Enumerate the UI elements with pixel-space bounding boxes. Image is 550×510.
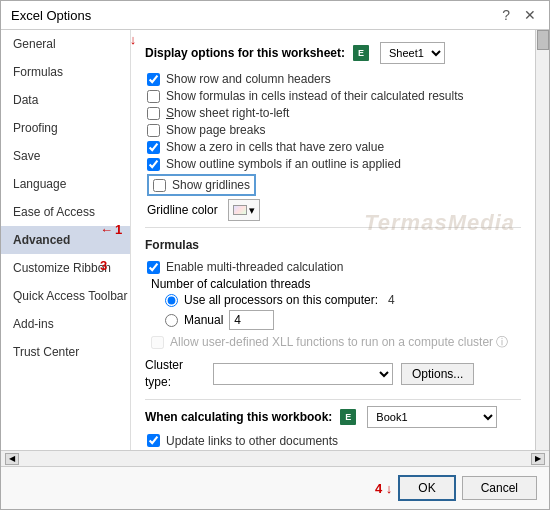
scroll-right-button[interactable]: ▶: [531, 453, 545, 465]
checkbox-show-zero: Show a zero in cells that have zero valu…: [145, 140, 521, 154]
multithreaded-label: Enable multi-threaded calculation: [166, 260, 343, 274]
sidebar-item-quick-access[interactable]: Quick Access Toolbar: [1, 282, 130, 310]
allow-xll-checkbox[interactable]: [151, 336, 164, 349]
sidebar-item-trust-center[interactable]: Trust Center: [1, 338, 130, 366]
divider-2: [145, 399, 521, 400]
show-zero-checkbox[interactable]: [147, 141, 160, 154]
show-row-col-label: Show row and column headers: [166, 72, 331, 86]
sidebar-item-save[interactable]: Save: [1, 142, 130, 170]
gridline-color-row: Gridline color ▾: [145, 199, 521, 221]
sidebar-item-formulas[interactable]: Formulas: [1, 58, 130, 86]
excel-icon: E: [353, 45, 369, 61]
checkbox-show-formulas: Show formulas in cells instead of their …: [145, 89, 521, 103]
cluster-type-label: Clustertype:: [145, 357, 205, 391]
checkbox-show-row-col: Show row and column headers: [145, 72, 521, 86]
gridline-color-button[interactable]: ▾: [228, 199, 260, 221]
annotation-2: 2 ↓: [131, 32, 136, 47]
show-outline-label: Show outline symbols if an outline is ap…: [166, 157, 401, 171]
window-title: Excel Options: [11, 8, 91, 23]
content-area: General Formulas Data Proofing Save Lang…: [1, 30, 549, 450]
threads-label: Number of calculation threads: [151, 277, 310, 291]
show-zero-label: Show a zero in cells that have zero valu…: [166, 140, 384, 154]
divider-1: [145, 227, 521, 228]
workbook-select[interactable]: Book1: [367, 406, 497, 428]
show-formulas-label: Show formulas in cells instead of their …: [166, 89, 463, 103]
manual-threads-row: Manual: [145, 310, 521, 330]
cluster-type-row: Clustertype: Options...: [145, 357, 521, 391]
update-links-label: Update links to other documents: [166, 434, 338, 448]
color-swatch: [233, 205, 247, 215]
gridline-color-label: Gridline color: [147, 203, 218, 217]
when-calc-row: When calculating this workbook: E Book1: [145, 406, 521, 428]
sidebar-item-ease-of-access[interactable]: Ease of Access: [1, 198, 130, 226]
checkbox-show-rtl: Show sheet right-to-left: [145, 106, 521, 120]
excel-icon-2: E: [340, 409, 356, 425]
scroll-left-button[interactable]: ◀: [5, 453, 19, 465]
sidebar-item-customize-ribbon[interactable]: Customize Ribbon: [1, 254, 130, 282]
checkbox-allow-xll: Allow user-defined XLL functions to run …: [145, 334, 521, 351]
close-button[interactable]: ✕: [521, 7, 539, 23]
title-bar: Excel Options ? ✕: [1, 1, 549, 30]
cluster-type-select[interactable]: [213, 363, 393, 385]
manual-threads-input[interactable]: [229, 310, 274, 330]
checkbox-show-page-breaks: Show page breaks: [145, 123, 521, 137]
update-links-checkbox[interactable]: [147, 434, 160, 447]
radio-all-processors-row: Use all processors on this computer: 4: [145, 293, 521, 307]
show-page-breaks-checkbox[interactable]: [147, 124, 160, 137]
scrollbar[interactable]: [535, 30, 549, 450]
show-row-col-checkbox[interactable]: [147, 73, 160, 86]
options-button[interactable]: Options...: [401, 363, 474, 385]
excel-options-window: Excel Options ? ✕ General Formulas Data …: [0, 0, 550, 510]
multithreaded-checkbox[interactable]: [147, 261, 160, 274]
annotation-4: 4 ↓: [375, 481, 392, 496]
cancel-button[interactable]: Cancel: [462, 476, 537, 500]
sidebar-item-data[interactable]: Data: [1, 86, 130, 114]
display-options-row: Display options for this worksheet: E Sh…: [145, 42, 521, 64]
show-rtl-checkbox[interactable]: [147, 107, 160, 120]
sidebar-item-general[interactable]: General: [1, 30, 130, 58]
sidebar: General Formulas Data Proofing Save Lang…: [1, 30, 131, 450]
manual-radio[interactable]: [165, 314, 178, 327]
show-rtl-label: Show sheet right-to-left: [166, 106, 289, 120]
processor-count: 4: [388, 293, 395, 307]
window-controls: ? ✕: [499, 7, 539, 23]
footer: 4 ↓ OK Cancel: [1, 466, 549, 509]
bottom-scrollbar-area: ◀ ▶: [1, 450, 549, 466]
sidebar-item-advanced[interactable]: Advanced: [1, 226, 130, 254]
sidebar-item-proofing[interactable]: Proofing: [1, 114, 130, 142]
show-outline-checkbox[interactable]: [147, 158, 160, 171]
allow-xll-label: Allow user-defined XLL functions to run …: [170, 334, 508, 351]
show-formulas-checkbox[interactable]: [147, 90, 160, 103]
display-options-label: Display options for this worksheet:: [145, 46, 345, 60]
formulas-section-header: Formulas: [145, 238, 521, 252]
checkbox-show-outline: Show outline symbols if an outline is ap…: [145, 157, 521, 171]
color-dropdown-arrow: ▾: [249, 204, 255, 217]
sheet-select[interactable]: Sheet1: [380, 42, 445, 64]
show-gridlines-label: Show gridlines: [172, 178, 250, 192]
main-panel: 2 ↓ Display options for this worksheet: …: [131, 30, 535, 450]
checkbox-multithreaded: Enable multi-threaded calculation: [145, 260, 521, 274]
checkbox-show-gridlines-row: Show gridlines: [145, 174, 521, 196]
ok-button[interactable]: OK: [398, 475, 455, 501]
show-page-breaks-label: Show page breaks: [166, 123, 265, 137]
show-gridlines-checkbox[interactable]: [153, 179, 166, 192]
checkbox-update-links: Update links to other documents: [145, 434, 521, 448]
all-processors-radio[interactable]: [165, 294, 178, 307]
sidebar-item-add-ins[interactable]: Add-ins: [1, 310, 130, 338]
when-calc-label: When calculating this workbook:: [145, 410, 332, 424]
all-processors-label: Use all processors on this computer:: [184, 293, 378, 307]
sidebar-item-language[interactable]: Language: [1, 170, 130, 198]
help-button[interactable]: ?: [499, 7, 513, 23]
manual-label: Manual: [184, 313, 223, 327]
